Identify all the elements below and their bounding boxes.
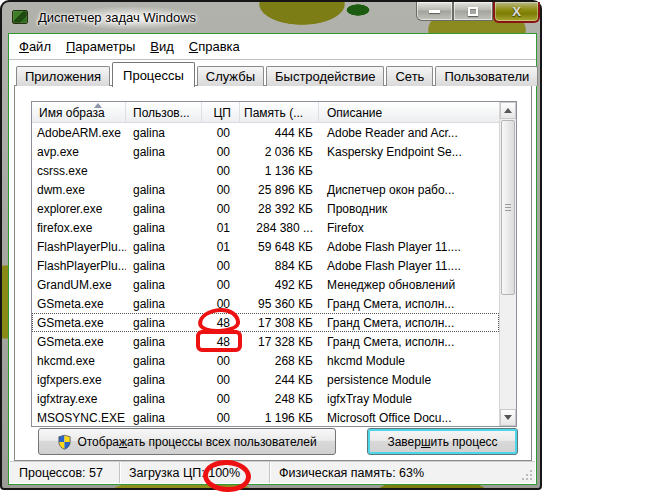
process-description-cell: Adobe Reader and Acr... <box>319 126 499 140</box>
table-row[interactable]: dwm.exegalina0025 896 КБДиспетчер окон р… <box>32 180 499 199</box>
status-cpu-usage: Загрузка ЦП: 100% <box>120 462 270 483</box>
show-all-processes-label: Отображать процессы всех пользователей <box>77 435 316 449</box>
process-description-cell: Kaspersky Endpoint Se... <box>319 145 499 159</box>
tab-performance[interactable]: Быстродействие <box>266 66 384 86</box>
process-memory-cell: 1 136 КБ <box>240 164 319 178</box>
process-cpu-cell: 01 <box>202 240 240 254</box>
table-row[interactable]: avp.exegalina002 036 КБKaspersky Endpoin… <box>32 142 499 161</box>
process-user-cell: galina <box>126 411 202 425</box>
column-header-user[interactable]: Пользов... <box>126 102 202 122</box>
table-row[interactable]: GrandUM.exegalina00492 КБМенеджер обновл… <box>32 275 499 294</box>
column-header-memory[interactable]: Память (... <box>240 102 319 122</box>
process-cpu-cell: 00 <box>202 373 240 387</box>
menu-view[interactable]: Вид <box>150 39 174 54</box>
table-row[interactable]: MSOSYNC.EXEgalina001 196 КБMicrosoft Off… <box>32 408 499 426</box>
close-button[interactable]: X <box>493 2 540 23</box>
process-memory-cell: 59 648 КБ <box>240 240 319 254</box>
process-cpu-cell: 00 <box>202 202 240 216</box>
process-cpu-cell: 00 <box>202 126 240 140</box>
process-user-cell: galina <box>126 373 202 387</box>
process-name-cell: avp.exe <box>32 145 126 159</box>
table-row[interactable]: explorer.exegalina0028 392 КБПроводник <box>32 199 499 218</box>
vertical-scrollbar[interactable] <box>499 102 516 426</box>
table-row[interactable]: GSmeta.exegalina0095 360 КБГранд Смета, … <box>32 294 499 313</box>
process-name-cell: AdobeARM.exe <box>32 126 126 140</box>
process-user-cell: galina <box>126 278 202 292</box>
tab-processes[interactable]: Процессы <box>112 62 195 87</box>
menu-file[interactable]: Файл <box>19 39 51 54</box>
uac-shield-icon <box>57 434 72 450</box>
process-name-cell: FlashPlayerPlu... <box>32 259 126 273</box>
process-description-cell: Firefox <box>319 221 499 235</box>
scroll-up-button[interactable] <box>500 102 516 119</box>
process-description-cell: Adobe Flash Player 11.... <box>319 240 499 254</box>
process-name-cell: igfxpers.exe <box>32 373 126 387</box>
maximize-button[interactable] <box>453 2 493 21</box>
process-cpu-cell: 00 <box>202 164 240 178</box>
minimize-button[interactable] <box>416 2 453 21</box>
table-row[interactable]: igfxtray.exegalina00248 КБigfxTray Modul… <box>32 389 499 408</box>
task-manager-icon <box>12 10 28 24</box>
process-cpu-cell: 00 <box>202 392 240 406</box>
process-memory-cell: 17 328 КБ <box>240 335 319 349</box>
status-cpu-value: 100% <box>208 466 240 480</box>
process-memory-cell: 884 КБ <box>240 259 319 273</box>
process-memory-cell: 17 308 КБ <box>240 316 319 330</box>
tab-applications[interactable]: Приложения <box>16 66 110 86</box>
process-description-cell: Microsoft Office Docu... <box>319 411 499 425</box>
table-row[interactable]: hkcmd.exegalina00268 КБhkcmd Module <box>32 351 499 370</box>
process-name-cell: GSmeta.exe <box>32 297 126 311</box>
scrollbar-grip-icon <box>505 204 511 212</box>
process-cpu-cell: 01 <box>202 221 240 235</box>
process-cpu-cell: 00 <box>202 297 240 311</box>
scrollbar-thumb[interactable] <box>501 120 515 295</box>
process-user-cell: galina <box>126 392 202 406</box>
task-manager-window: Диспетчер задач Windows X Файл Параметры… <box>0 0 542 490</box>
tab-networking[interactable]: Сеть <box>386 66 433 86</box>
process-name-cell: csrss.exe <box>32 164 126 178</box>
status-cpu-label: Загрузка ЦП: <box>129 466 205 480</box>
title-bar[interactable]: Диспетчер задач Windows X <box>2 2 540 33</box>
status-bar: Процессов: 57 Загрузка ЦП: 100% Физическ… <box>10 461 535 483</box>
table-row[interactable]: igfxpers.exegalina00244 КБpersistence Mo… <box>32 370 499 389</box>
table-header: Имя образа Пользов... ЦП Память (... Опи… <box>32 102 499 123</box>
window-controls: X <box>416 2 540 23</box>
tab-strip: Приложения Процессы Службы Быстродействи… <box>16 61 540 86</box>
process-cpu-cell: 48 <box>202 335 240 349</box>
process-memory-cell: 95 360 КБ <box>240 297 319 311</box>
table-row[interactable]: GSmeta.exegalina4817 328 КБГранд Смета, … <box>32 332 499 351</box>
minimize-icon <box>429 10 440 13</box>
tab-users[interactable]: Пользователи <box>435 66 538 86</box>
column-header-cpu[interactable]: ЦП <box>202 102 240 122</box>
end-process-button[interactable]: Завершить процесс <box>367 428 518 455</box>
table-row[interactable]: firefox.exegalina01284 380 ...Firefox <box>32 218 499 237</box>
table-row[interactable]: FlashPlayerPlu...galina0159 648 КБAdobe … <box>32 237 499 256</box>
process-cpu-cell: 00 <box>202 411 240 425</box>
column-header-image-name[interactable]: Имя образа <box>32 102 126 122</box>
process-cpu-cell: 00 <box>202 278 240 292</box>
process-user-cell: galina <box>126 316 202 330</box>
column-header-description[interactable]: Описание <box>319 102 499 122</box>
process-description-cell: Проводник <box>319 202 499 216</box>
table-row[interactable]: FlashPlayerPlu...galina00884 КБAdobe Fla… <box>32 256 499 275</box>
process-memory-cell: 444 КБ <box>240 126 319 140</box>
table-row[interactable]: GSmeta.exegalina4817 308 КБГранд Смета, … <box>32 313 499 332</box>
menu-help[interactable]: Справка <box>189 39 240 54</box>
process-memory-cell: 28 392 КБ <box>240 202 319 216</box>
table-row[interactable]: AdobeARM.exegalina00444 КБAdobe Reader a… <box>32 123 499 142</box>
show-all-processes-button[interactable]: Отображать процессы всех пользователей <box>38 428 336 455</box>
process-name-cell: hkcmd.exe <box>32 354 126 368</box>
process-description-cell: Диспетчер окон рабо... <box>319 183 499 197</box>
process-memory-cell: 1 196 КБ <box>240 411 319 425</box>
process-cpu-cell: 00 <box>202 183 240 197</box>
resize-grip-icon[interactable] <box>522 470 532 480</box>
menu-options[interactable]: Параметры <box>66 39 135 54</box>
menu-bar: Файл Параметры Вид Справка <box>10 37 535 56</box>
scroll-down-button[interactable] <box>500 409 516 426</box>
process-cpu-cell: 00 <box>202 145 240 159</box>
table-row[interactable]: csrss.exe001 136 КБ <box>32 161 499 180</box>
process-memory-cell: 25 896 КБ <box>240 183 319 197</box>
process-name-cell: MSOSYNC.EXE <box>32 411 126 425</box>
tab-services[interactable]: Службы <box>197 66 264 86</box>
process-name-cell: igfxtray.exe <box>32 392 126 406</box>
